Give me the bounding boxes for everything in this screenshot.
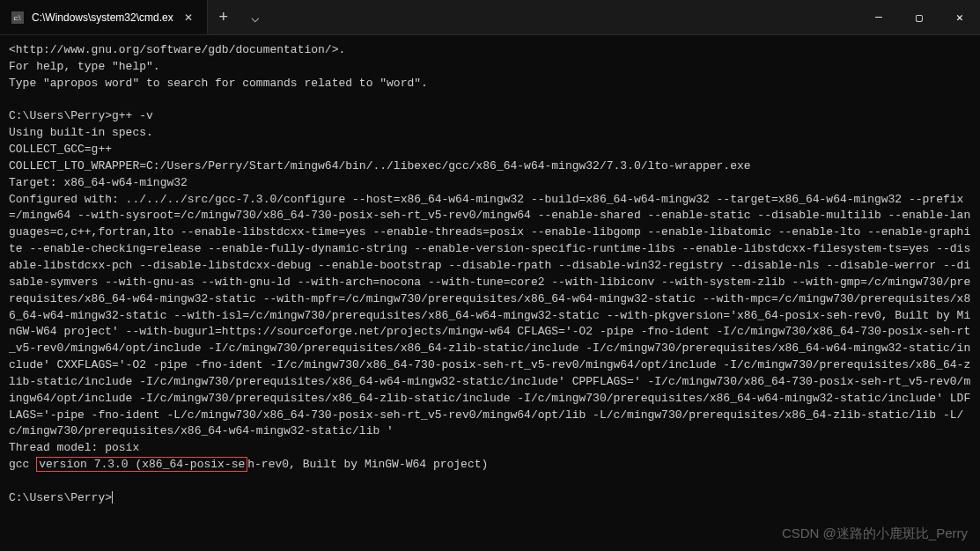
terminal-line: Target: x86_64-w64-mingw32 xyxy=(9,176,188,189)
terminal-output[interactable]: <http://www.gnu.org/software/gdb/documen… xyxy=(0,35,980,514)
close-window-button[interactable]: ✕ xyxy=(939,0,980,34)
plus-icon: + xyxy=(218,8,228,26)
titlebar: c:\ C:\Windows\system32\cmd.ex ✕ + ⌵ — ▢… xyxy=(0,0,980,35)
terminal-line: For help, type "help". xyxy=(9,60,160,73)
terminal-line: COLLECT_LTO_WRAPPER=C:/Users/Perry/Start… xyxy=(9,159,751,173)
tab-close-button[interactable]: ✕ xyxy=(181,10,196,26)
watermark: CSDN @迷路的小鹿斑比_Perry xyxy=(782,525,968,542)
terminal-line: Type "apropos word" to search for comman… xyxy=(9,77,428,90)
minimize-button[interactable]: — xyxy=(858,0,899,34)
tab-dropdown-button[interactable]: ⌵ xyxy=(239,0,271,34)
new-tab-button[interactable]: + xyxy=(208,0,239,34)
terminal-line: Using built-in specs. xyxy=(9,126,153,139)
svg-text:c:\: c:\ xyxy=(14,13,22,21)
close-icon: ✕ xyxy=(956,11,963,25)
terminal-line: <http://www.gnu.org/software/gdb/documen… xyxy=(9,43,345,56)
cursor xyxy=(112,491,113,503)
close-icon: ✕ xyxy=(184,11,193,24)
terminal-prompt: C:\Users\Perry> xyxy=(9,491,112,504)
terminal-line: gcc version 7.3.0 (x86_64-posix-seh-rev0… xyxy=(9,457,488,472)
tab-cmd[interactable]: c:\ C:\Windows\system32\cmd.ex ✕ xyxy=(0,0,208,34)
chevron-down-icon: ⌵ xyxy=(251,9,260,26)
terminal-line: Configured with: ../../../src/gcc-7.3.0/… xyxy=(9,193,970,438)
maximize-button[interactable]: ▢ xyxy=(899,0,939,34)
window-controls: — ▢ ✕ xyxy=(858,0,980,34)
terminal-line: C:\Users\Perry>g++ -v xyxy=(9,109,153,122)
terminal-line: Thread model: posix xyxy=(9,441,139,454)
terminal-line: COLLECT_GCC=g++ xyxy=(9,143,112,156)
maximize-icon: ▢ xyxy=(916,11,923,25)
minimize-icon: — xyxy=(875,11,882,24)
cmd-icon: c:\ xyxy=(11,11,25,25)
version-highlight: version 7.3.0 (x86_64-posix-se xyxy=(36,457,247,472)
tab-title: C:\Windows\system32\cmd.ex xyxy=(32,11,173,24)
